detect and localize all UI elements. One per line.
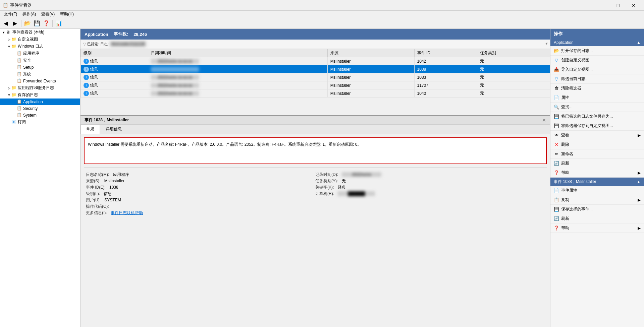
title-bar-left: 📋 事件查看器 [3, 2, 32, 8]
right-action-refresh2-label: 刷新 [561, 216, 569, 221]
right-action-open-log[interactable]: 📂 打开保存的日志... [550, 46, 644, 56]
prop-task-label: 任务类别(Y): [315, 179, 338, 183]
prop-level: 级别(L): 信息 [86, 191, 315, 197]
toolbar-open[interactable]: 📂 [23, 19, 32, 28]
prop-opcode: 操作代码(O): [86, 204, 315, 209]
filter-icon: ▽ [554, 76, 559, 82]
tab-general[interactable]: 常规 [80, 125, 100, 134]
right-action-help2[interactable]: ❓ 帮助 ▶ [550, 223, 644, 233]
prop-recorded-value: 2022/xx/xx [342, 172, 381, 177]
prop-recorded-label: 记录时间(D): [315, 172, 338, 177]
sidebar-item-root[interactable]: ▼ 🖥 事件查看器 (本地) [0, 29, 80, 36]
right-action-save-filter[interactable]: 💾 将筛选器保存到自定义视图... [550, 121, 644, 131]
sidebar-item-saved-application[interactable]: 📋 Application [0, 99, 80, 105]
toolbar-help[interactable]: ❓ [42, 19, 51, 28]
right-action-refresh2[interactable]: 🔄 刷新 [550, 214, 644, 223]
sidebar-item-custom-views[interactable]: ▷ 📁 自定义视图 [0, 36, 80, 43]
right-event-section-header[interactable]: 事件 1038，MsiInstaller ▲ [550, 178, 644, 186]
save-event-icon: 💾 [554, 207, 559, 212]
right-action-import-view[interactable]: 📥 导入自定义视图... [550, 65, 644, 74]
toolbar-back[interactable]: ◀ [1, 19, 10, 28]
menu-view[interactable]: 查看(V) [39, 11, 57, 18]
sidebar-item-windows-logs[interactable]: ▼ 📁 Windows 日志 [0, 43, 80, 50]
toolbar-save[interactable]: 💾 [33, 19, 41, 28]
sidebar-item-forwarded[interactable]: 📋 Forwarded Events [0, 78, 80, 84]
log-icon-system: 📋 [17, 72, 22, 77]
prop-source-value: MsiInstaller [104, 179, 125, 183]
expand-custom[interactable]: ▷ [7, 37, 11, 42]
menu-action[interactable]: 操作(A) [20, 11, 39, 18]
maximize-button[interactable]: □ [610, 0, 626, 11]
table-row[interactable]: i 信息 2022/xx/xx xx:xx:xx MsiInstaller 10… [81, 57, 550, 65]
right-action-find[interactable]: 🔍 查找... [550, 103, 644, 112]
menu-help[interactable]: 帮助(H) [57, 11, 76, 18]
event-message-box: Windows Installer 需要系统重新启动。产品名称: F4RaF。产… [84, 137, 547, 164]
sidebar-saved-security-label: Security [23, 106, 38, 111]
event-log-help-link[interactable]: 事件日志联机帮助 [111, 210, 143, 215]
folder-open-icon: 📂 [554, 48, 559, 54]
right-action-help[interactable]: ❓ 帮助 ▶ [550, 168, 644, 178]
minimize-button[interactable]: — [595, 0, 610, 11]
expand-winlogs[interactable]: ▼ [7, 44, 11, 49]
filter-value: MsiInstaller日志记录 [110, 41, 146, 47]
close-button[interactable]: ✕ [626, 0, 641, 11]
col-eventid: 事件 ID [414, 49, 477, 57]
help-icon2: ❓ [554, 225, 559, 231]
right-action-properties[interactable]: 📄 属性 [550, 93, 644, 103]
cell-datetime: 2022/xx/xx xx:xx:xx [148, 89, 328, 97]
col-datetime: 日期和时间 [148, 49, 328, 57]
prop-task: 任务类别(Y): 无 [315, 178, 545, 184]
right-action-create-view[interactable]: ▽ 创建自定义视图... [550, 56, 644, 65]
right-action-filter[interactable]: ▽ 筛选当前日志... [550, 74, 644, 84]
menu-file[interactable]: 文件(F) [1, 11, 20, 18]
chevron-right-icon4: ▶ [638, 226, 641, 231]
right-action-rename[interactable]: ✏ 重命名 [550, 149, 644, 159]
sidebar-app-service-label: 应用程序和服务日志 [18, 85, 54, 91]
sidebar-root-label: 事件查看器 (本地) [12, 29, 44, 35]
title-bar: 📋 事件查看器 — □ ✕ [0, 0, 644, 11]
toolbar-forward[interactable]: ▶ [11, 19, 19, 28]
folder-icon-winlogs: 📁 [11, 44, 17, 49]
sidebar-item-saved-system[interactable]: 📋 System [0, 112, 80, 119]
right-action-save-event[interactable]: 💾 保存选择的事件... [550, 205, 644, 214]
sidebar-item-subscriptions[interactable]: 📧 订阅 [0, 119, 80, 126]
right-action-view[interactable]: 👁 查看 ▶ [550, 131, 644, 140]
sidebar-item-app-service[interactable]: ▷ 📁 应用程序和服务日志 [0, 84, 80, 91]
expand-appservice[interactable]: ▷ [7, 86, 11, 90]
chevron-right-icon2: ▶ [638, 171, 641, 175]
sidebar-item-saved-logs[interactable]: ▼ 📁 保存的日志 [0, 91, 80, 99]
right-app-section-header[interactable]: Application ▲ [550, 39, 644, 46]
right-action-save-event-label: 保存选择的事件... [561, 206, 593, 212]
sidebar-item-saved-security[interactable]: 📋 Security [0, 105, 80, 112]
cell-eventid: 11707 [414, 81, 477, 89]
right-action-copy[interactable]: 📋 复制 ▶ [550, 195, 644, 205]
table-row[interactable]: i 信息 2022/xx/xx xx:xx:xx MsiInstaller 10… [81, 73, 550, 81]
table-row[interactable]: i 信息 2022/xx/xx xx:xx:xx MsiInstaller 10… [81, 65, 550, 73]
content-area: Application 事件数: 29,246 ▽ 已筛选: 日志: MsiIn… [80, 29, 550, 327]
right-action-save-log-label: 将已筛选的日志文件另存为... [561, 114, 613, 119]
right-action-event-props[interactable]: 📄 事件属性 [550, 186, 644, 195]
right-action-save-log[interactable]: 💾 将已筛选的日志文件另存为... [550, 112, 644, 121]
right-action-delete[interactable]: ✕ 删除 [550, 140, 644, 149]
expand-saved[interactable]: ▼ [7, 93, 11, 97]
sidebar-item-system-log[interactable]: 📋 系统 [0, 71, 80, 78]
prop-computer: 计算机(R): ██████ [315, 191, 545, 197]
sidebar-item-security-log[interactable]: 📋 安全 [0, 57, 80, 64]
prop-computer-value: ██████ [338, 191, 375, 196]
right-action-clear-filter[interactable]: 🗑 清除筛选器 [550, 84, 644, 93]
table-row[interactable]: i 信息 2022/xx/xx xx:xx:xx MsiInstaller 11… [81, 81, 550, 89]
cell-eventid: 1033 [414, 73, 477, 81]
sidebar-item-setup-log[interactable]: 📋 Setup [0, 64, 80, 71]
info-icon: i [84, 83, 89, 88]
right-action-refresh[interactable]: 🔄 刷新 [550, 159, 644, 168]
close-detail-button[interactable]: ✕ [542, 118, 546, 123]
table-row[interactable]: i 信息 2022/xx/xx xx:xx:xx MsiInstaller 10… [81, 89, 550, 97]
expand-root[interactable]: ▼ [1, 30, 6, 35]
tab-details[interactable]: 详细信息 [100, 125, 127, 134]
app-icon: 📋 [3, 3, 8, 8]
sidebar-item-app-log[interactable]: 📋 应用程序 [0, 50, 80, 57]
toolbar-view[interactable]: 📊 [54, 19, 63, 28]
log-title: Application [85, 32, 108, 37]
prop-level-value: 信息 [104, 191, 112, 196]
filter-label: 已筛选: 日志: [87, 42, 109, 47]
